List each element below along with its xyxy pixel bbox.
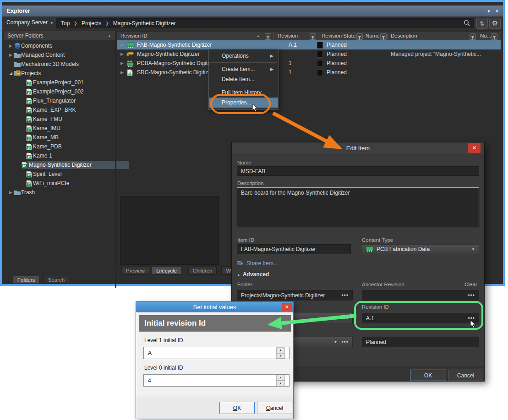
expander-closed-icon[interactable]: ▶: [120, 52, 124, 56]
spin-down-icon[interactable]: ▼: [276, 353, 285, 359]
expander-closed-icon[interactable]: ▶: [9, 53, 14, 57]
panel-splitter[interactable]: [115, 30, 116, 288]
search-icon[interactable]: [464, 20, 470, 28]
content-type-dropdown[interactable]: PCB Fabrication Data ▼: [362, 244, 479, 254]
menu-item-create-item[interactable]: Create Item...▶: [209, 64, 278, 74]
level0-spinner[interactable]: ▲▼: [276, 375, 285, 386]
browse-folder-icon[interactable]: •••: [341, 294, 349, 297]
column-header-no-[interactable]: No...: [480, 33, 491, 38]
edit-item-close-button[interactable]: ✕: [468, 143, 481, 153]
expander-closed-icon[interactable]: ▶: [120, 43, 124, 47]
sidebar-tab-search[interactable]: Search: [44, 276, 69, 284]
browse-icon[interactable]: •••: [341, 317, 349, 320]
column-header-revision-id[interactable]: Revision ID: [120, 33, 147, 38]
tree-item-managed-content[interactable]: ▶Managed Content: [4, 50, 115, 60]
settings-button[interactable]: ⚙: [489, 18, 501, 29]
expander-closed-icon[interactable]: ▶: [120, 61, 124, 65]
share-item-link[interactable]: Share Item...: [237, 260, 278, 267]
expander-closed-icon[interactable]: ▶: [9, 190, 14, 195]
browse-revision-icon[interactable]: •••: [468, 317, 475, 320]
column-header-description[interactable]: Description: [391, 33, 417, 38]
filter-icon[interactable]: [265, 33, 271, 40]
level1-spinner[interactable]: ▲▼: [276, 347, 285, 359]
level1-field[interactable]: A ▲▼: [143, 347, 290, 359]
menu-item-properties[interactable]: Properties...: [209, 98, 278, 108]
tree-item-kame-fmu[interactable]: Kame_FMU: [4, 115, 115, 124]
table-row[interactable]: ▶Magno-Synthetic DigitizerPlannedManaged…: [117, 49, 501, 59]
menu-item-full-item-history[interactable]: Full Item History...: [209, 87, 278, 98]
spin-up-icon[interactable]: ▲: [276, 375, 285, 381]
column-header-revision-state[interactable]: Revision State: [322, 33, 355, 38]
tree-item-magno-synthetic-digitizer[interactable]: Magno-Synthetic Digitizer: [4, 160, 115, 169]
server-selector-button[interactable]: Company Server▼: [6, 19, 54, 26]
set-initial-close-button[interactable]: ✕: [282, 303, 292, 311]
filter-icon[interactable]: [491, 33, 497, 40]
spin-down-icon[interactable]: ▼: [276, 381, 285, 387]
cancel-button[interactable]: Cancel: [448, 370, 483, 381]
preview-tab-preview[interactable]: Preview: [121, 266, 149, 275]
expander-open-icon[interactable]: ◢: [9, 71, 14, 76]
filter-icon[interactable]: [470, 33, 476, 40]
sort-ascending-icon[interactable]: ▲: [257, 34, 260, 38]
tree-item-projects[interactable]: ◢Projects: [4, 69, 115, 78]
tree-item-label: Trash: [21, 189, 35, 196]
column-separator[interactable]: [388, 33, 388, 39]
preview-tab-lifecycle[interactable]: Lifecycle: [152, 266, 181, 275]
tree-item-kame-1[interactable]: Kame-1: [4, 151, 115, 160]
window-close-icon[interactable]: ✕: [493, 8, 501, 14]
tree-item-wifi-minipcie[interactable]: WiFi_miniPCIe: [4, 179, 115, 188]
window-menu-icon[interactable]: ▾: [485, 8, 493, 14]
column-header-name[interactable]: Name: [366, 33, 380, 38]
level0-field[interactable]: 4 ▲▼: [143, 374, 290, 387]
tree-item-flux-triangulator[interactable]: Flux_Triangulator: [4, 96, 115, 105]
set-initial-cancel-button[interactable]: Cancel: [257, 402, 292, 414]
breadcrumb-segment[interactable]: Magno-Synthetic Digitizer: [113, 20, 176, 27]
tree-item-spirit-level[interactable]: Spirit_Level: [4, 169, 115, 179]
clear-link[interactable]: Clear: [464, 282, 477, 287]
filter-icon[interactable]: [356, 33, 363, 40]
table-row[interactable]: ▶✳✳PCBA-Magno-Synthetic Digitizer1Planne…: [117, 59, 501, 68]
tree-item-kame-exp-brk[interactable]: Kame_EXP_BRK: [4, 105, 115, 115]
column-header-revision[interactable]: Revision: [278, 33, 298, 38]
column-separator[interactable]: [365, 33, 365, 39]
folder-field[interactable]: Projects\Magno-Synthetic Digitizer •••: [237, 290, 353, 300]
table-row[interactable]: ▶SRC-Magno-Synthetic Digitizer1Planned: [117, 68, 501, 77]
column-separator[interactable]: [318, 33, 318, 39]
sync-button[interactable]: ⇅: [476, 18, 488, 29]
description-field[interactable]: Bare-board for the Magno-Synthetic Digit…: [237, 187, 479, 227]
set-initial-ok-button[interactable]: OK: [219, 402, 255, 414]
tree-item-exampleproject-002[interactable]: ExampleProject_002: [4, 87, 115, 96]
chevron-down-icon: ▼: [333, 316, 337, 320]
tree-item-exampleproject-001[interactable]: ExampleProject_001: [4, 78, 115, 87]
tree-item-trash[interactable]: ▶Trash: [4, 188, 115, 197]
menu-item-delete-item[interactable]: Delete Item...: [209, 74, 278, 84]
expander-closed-icon[interactable]: ▶: [120, 70, 124, 75]
preview-tab-children[interactable]: Children: [188, 266, 217, 275]
column-separator[interactable]: [273, 33, 273, 39]
menu-item-operations[interactable]: Operations▶: [209, 51, 278, 61]
tree-item-kame-pdb[interactable]: Kame_PDB: [4, 142, 115, 151]
name-field[interactable]: MSD-FAB: [237, 166, 479, 176]
advanced-section-toggle[interactable]: ▲Advanced: [237, 271, 269, 278]
breadcrumb-segment[interactable]: Projects: [82, 20, 101, 27]
tree-item-kame-mb[interactable]: Kame_MB: [4, 133, 115, 142]
browse-icon[interactable]: •••: [341, 341, 349, 344]
expander-closed-icon[interactable]: ▶: [9, 44, 14, 48]
spin-up-icon[interactable]: ▲: [276, 347, 285, 353]
tree-item-components[interactable]: ▶Components: [4, 41, 115, 50]
server-folders-header[interactable]: Server Folders ▲: [4, 31, 115, 40]
filter-icon[interactable]: [310, 33, 316, 40]
filter-icon[interactable]: [380, 33, 387, 40]
table-row[interactable]: ▶FAB-Magno-Synthetic DigitizerA.1Planned: [117, 40, 501, 49]
ok-button[interactable]: OK: [410, 370, 446, 381]
breadcrumb[interactable]: Top❯Projects❯Magno-Synthetic Digitizer: [56, 18, 474, 28]
ancestor-revision-field[interactable]: •••: [362, 290, 479, 300]
browse-ancestor-icon[interactable]: •••: [468, 294, 475, 297]
item-id-field[interactable]: FAB-Magno-Synthetic Digitizer: [237, 244, 351, 254]
sidebar-tab-folders[interactable]: Folders: [13, 276, 39, 284]
tree-item-kame-imu[interactable]: Kame_IMU: [4, 124, 115, 133]
tree-item-mechatronic-3d-models[interactable]: Mechatronic 3D Models: [4, 60, 115, 69]
revision-id-field[interactable]: A.1 •••: [362, 313, 479, 323]
breadcrumb-segment[interactable]: Top: [61, 20, 70, 27]
column-separator[interactable]: [477, 33, 477, 39]
